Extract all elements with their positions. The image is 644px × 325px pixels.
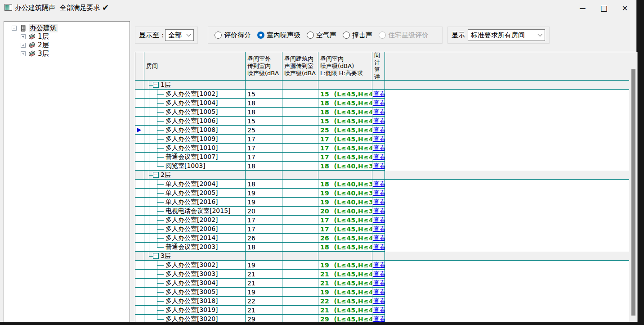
- show-to-select[interactable]: 全部: [165, 29, 194, 41]
- radio-button-icon[interactable]: [343, 32, 350, 39]
- room-name: 普通会议室[2003]: [165, 243, 218, 251]
- view-detail-link[interactable]: 查看: [372, 90, 385, 98]
- view-detail-link[interactable]: 查看: [372, 189, 385, 197]
- view-detail-link[interactable]: 查看: [372, 243, 385, 251]
- collapse-icon[interactable]: [153, 253, 159, 259]
- tree-line: [157, 315, 157, 319]
- radio-option[interactable]: 室内噪声级: [257, 31, 300, 40]
- view-detail-link[interactable]: 查看: [372, 198, 385, 206]
- room-row[interactable]: 多人办公室[1009]1717 (L≤45,H≤4查看: [135, 135, 637, 144]
- room-row[interactable]: 多人办公室[1010]1717 (L≤45,H≤4查看: [135, 144, 637, 153]
- room-row[interactable]: 多人办公室[1005]1818 (L≤45,H≤4查看: [135, 108, 637, 117]
- view-detail-link[interactable]: 查看: [372, 180, 385, 188]
- minimize-button[interactable]: —: [572, 0, 593, 16]
- room-row[interactable]: 多人办公室[2006]1717 (L≤45,H≤4查看: [135, 225, 637, 234]
- tree-root-label[interactable]: 办公建筑: [29, 24, 58, 32]
- vertical-scrollbar[interactable]: [629, 52, 637, 322]
- collapse-icon[interactable]: [12, 26, 17, 31]
- room-row[interactable]: 多人办公室[3005]1919 (L≤45,H≤4查看: [135, 288, 637, 297]
- view-detail-link[interactable]: 查看: [372, 234, 385, 242]
- floor-group-row[interactable]: 2层: [135, 171, 637, 180]
- view-detail-link[interactable]: 查看: [372, 225, 385, 233]
- room-name-cell: 普通会议室[1007]: [144, 153, 246, 162]
- view-detail-link[interactable]: 查看: [372, 117, 385, 125]
- room-row[interactable]: 多人办公室[3020]2929 (L≤45,H≤4查看: [135, 315, 637, 322]
- outdoor-noise-cell: 19: [246, 189, 282, 198]
- floor-group-row[interactable]: 1层: [135, 81, 637, 90]
- indoor-noise-value: 19 (L≤40,H≤3: [318, 190, 372, 197]
- tree-floor-label[interactable]: 1层: [38, 32, 49, 41]
- tree-node-building[interactable]: 办公建筑: [4, 24, 130, 32]
- tree-line: [149, 225, 149, 233]
- outdoor-noise-value: 18: [246, 108, 255, 116]
- collapse-icon[interactable]: [153, 172, 159, 178]
- view-detail-link[interactable]: 查看: [372, 162, 385, 170]
- outdoor-noise-value: 15: [246, 117, 255, 125]
- view-detail-link[interactable]: 查看: [372, 135, 385, 143]
- room-row[interactable]: 多人办公室[1002]1515 (L≤45,H≤4查看: [135, 90, 637, 99]
- indoor-noise-value: 21 (L≤45,H≤4: [318, 280, 372, 287]
- room-name: 多人办公室[2006]: [165, 225, 218, 233]
- expand-icon[interactable]: [21, 51, 26, 56]
- view-detail-link[interactable]: 查看: [372, 315, 385, 323]
- tree-node-floor[interactable]: 2层: [4, 41, 130, 50]
- view-detail-link[interactable]: 查看: [372, 270, 385, 278]
- view-detail-link[interactable]: 查看: [372, 297, 385, 305]
- view-detail-link[interactable]: 查看: [372, 108, 385, 116]
- room-row[interactable]: 多人办公室[3002]1919 (L≤45,H≤4查看: [135, 261, 637, 270]
- source-noise-cell: [282, 234, 318, 243]
- expand-icon[interactable]: [21, 43, 26, 48]
- room-row[interactable]: 阅览室[1003]1818 (L≤40,H≤3查看: [135, 162, 637, 171]
- floor-group-cell: 3层: [144, 252, 246, 260]
- view-detail-link[interactable]: 查看: [372, 288, 385, 296]
- room-row[interactable]: 多人办公室[2014]2626 (L≤45,H≤4查看: [135, 234, 637, 243]
- outdoor-noise-cell: 19: [246, 261, 282, 270]
- room-row[interactable]: 单人办公室[2005]1919 (L≤40,H≤3查看: [135, 189, 637, 198]
- floor-group-row[interactable]: 3层: [135, 252, 637, 261]
- room-row[interactable]: 多人办公室[1008]2525 (L≤45,H≤4查看: [135, 126, 637, 135]
- room-row[interactable]: 多人办公室[3018]2222 (L≤45,H≤4查看: [135, 297, 637, 306]
- row-marker-cell: [135, 252, 144, 260]
- radio-option[interactable]: 空气声: [307, 31, 336, 40]
- room-row[interactable]: 普通会议室[1007]1717 (L≤45,H≤4查看: [135, 153, 637, 162]
- view-detail-link[interactable]: 查看: [372, 216, 385, 224]
- scrollbar-thumb[interactable]: [631, 69, 635, 316]
- radio-button-icon[interactable]: [257, 32, 264, 39]
- view-detail-link[interactable]: 查看: [372, 279, 385, 287]
- view-detail-link[interactable]: 查看: [372, 126, 385, 134]
- tree-node-floor[interactable]: 1层: [4, 32, 130, 41]
- room-row[interactable]: 多人办公室[1006]1515 (L≤45,H≤4查看: [135, 117, 637, 126]
- room-row[interactable]: 单人办公室[2016]1919 (L≤40,H≤3查看: [135, 198, 637, 207]
- tree-floor-label[interactable]: 3层: [38, 50, 49, 58]
- app-icon: [4, 4, 12, 11]
- titlebar: 办公建筑隔声 全部满足要求 ✔ — □ ✕: [0, 0, 636, 16]
- room-row[interactable]: 电视电话会议室[2015]2020 (L≤40,H≤3查看: [135, 207, 637, 216]
- view-detail-link[interactable]: 查看: [372, 207, 385, 215]
- room-row[interactable]: 多人办公室[2002]1717 (L≤45,H≤4查看: [135, 216, 637, 225]
- close-button[interactable]: ✕: [614, 0, 635, 16]
- tree-line: [157, 301, 164, 302]
- view-detail-link[interactable]: 查看: [372, 144, 385, 152]
- radio-option[interactable]: 撞击声: [343, 31, 372, 40]
- room-row[interactable]: 多人办公室[3003]2121 (L≤45,H≤4查看: [135, 270, 637, 279]
- expand-icon[interactable]: [21, 34, 26, 39]
- view-detail-link[interactable]: 查看: [372, 306, 385, 314]
- room-row[interactable]: 单人办公室[2004]1818 (L≤40,H≤3查看: [135, 180, 637, 189]
- view-detail-link[interactable]: 查看: [372, 261, 385, 269]
- view-detail-link[interactable]: 查看: [372, 153, 385, 161]
- tree-floor-label[interactable]: 2层: [38, 41, 49, 50]
- room-row[interactable]: 多人办公室[3019]2121 (L≤45,H≤4查看: [135, 306, 637, 315]
- outdoor-noise-value: 15: [246, 90, 255, 98]
- collapse-icon[interactable]: [153, 82, 159, 88]
- radio-option[interactable]: 评价得分: [215, 31, 251, 40]
- radio-button-icon[interactable]: [307, 32, 314, 39]
- room-row[interactable]: 多人办公室[3004]2121 (L≤45,H≤4查看: [135, 279, 637, 288]
- display-filter-select[interactable]: 标准要求所有房间: [468, 29, 545, 41]
- tree-node-floor[interactable]: 3层: [4, 50, 130, 58]
- room-row[interactable]: 多人办公室[1004]1818 (L≤45,H≤4查看: [135, 99, 637, 108]
- maximize-button[interactable]: □: [593, 0, 614, 16]
- view-detail-link[interactable]: 查看: [372, 99, 385, 107]
- radio-button-icon[interactable]: [215, 32, 222, 39]
- room-name-cell: 电视电话会议室[2015]: [144, 207, 246, 216]
- room-row[interactable]: 普通会议室[2003]1818 (L≤45,H≤4查看: [135, 243, 637, 252]
